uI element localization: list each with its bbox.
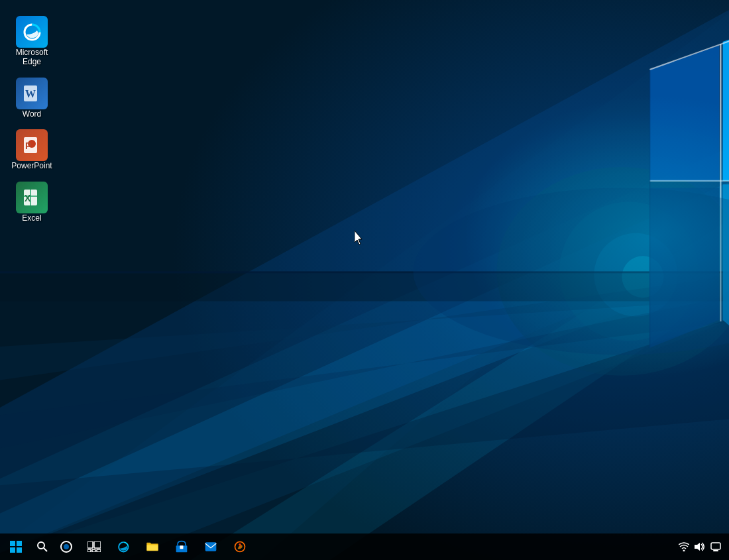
desktop-icon-powerpoint[interactable]: P PowerPoint (5, 125, 58, 174)
svg-rect-47 (87, 541, 93, 548)
taskbar-file-explorer-icon (146, 540, 159, 553)
svg-rect-50 (92, 549, 95, 552)
wallpaper (0, 0, 729, 560)
desktop: Microsoft Edge W Word P (0, 0, 729, 560)
network-icon (679, 542, 689, 551)
tray-volume-icon[interactable] (692, 533, 708, 560)
edge-icon (16, 16, 48, 48)
search-icon (36, 541, 48, 553)
taskbar-edge-icon (117, 540, 130, 553)
svg-rect-54 (180, 545, 184, 549)
powerpoint-icon-svg: P (21, 135, 42, 156)
task-view-button[interactable] (80, 533, 109, 560)
tray-action-center-icon[interactable] (708, 533, 724, 560)
desktop-icons-container: Microsoft Edge W Word P (0, 7, 64, 235)
svg-rect-40 (17, 541, 22, 546)
edge-icon-label: Microsoft Edge (8, 48, 56, 67)
tray-network-icon[interactable] (676, 533, 692, 560)
desktop-icon-excel[interactable]: X Excel (5, 178, 58, 227)
svg-rect-49 (87, 549, 91, 552)
svg-point-43 (38, 542, 44, 549)
desktop-icon-word[interactable]: W Word (5, 74, 58, 123)
taskbar-store-icon (175, 540, 188, 553)
excel-icon-svg: X (21, 187, 42, 208)
taskbar-store-button[interactable] (167, 533, 196, 560)
cortana-button[interactable] (53, 533, 80, 560)
svg-rect-52 (147, 545, 158, 551)
svg-marker-59 (695, 543, 700, 551)
taskbar-search-button[interactable] (32, 533, 53, 560)
word-icon-svg: W (21, 83, 42, 104)
cortana-icon (60, 540, 73, 553)
taskbar-file-explorer-button[interactable] (138, 533, 167, 560)
svg-rect-41 (10, 547, 15, 553)
svg-point-57 (239, 543, 241, 545)
svg-rect-61 (713, 550, 718, 551)
svg-rect-55 (205, 542, 217, 551)
action-center-icon (710, 542, 721, 551)
svg-rect-51 (97, 549, 101, 552)
taskbar (0, 533, 729, 560)
taskbar-edge-button[interactable] (109, 533, 138, 560)
word-icon: W (16, 78, 48, 109)
svg-rect-39 (10, 541, 15, 546)
svg-rect-48 (94, 541, 101, 548)
edge-icon-svg (21, 21, 42, 42)
svg-line-44 (44, 548, 47, 551)
svg-point-58 (683, 550, 685, 552)
task-view-icon (87, 541, 101, 552)
volume-icon (695, 542, 705, 551)
excel-icon-label: Excel (22, 213, 41, 223)
word-icon-label: Word (23, 109, 41, 119)
system-tray (676, 533, 729, 560)
taskbar-mail-icon (204, 540, 217, 553)
svg-rect-42 (17, 547, 22, 553)
powerpoint-icon: P (16, 129, 48, 161)
svg-rect-25 (0, 0, 729, 560)
start-icon (10, 541, 22, 553)
start-button[interactable] (0, 533, 32, 560)
svg-text:X: X (25, 193, 31, 203)
desktop-icon-edge[interactable]: Microsoft Edge (5, 12, 58, 71)
svg-rect-60 (711, 543, 720, 549)
taskbar-paint3d-icon (233, 540, 247, 553)
excel-icon: X (16, 182, 48, 213)
taskbar-mail-button[interactable] (196, 533, 225, 560)
taskbar-paint3d-button[interactable] (225, 533, 254, 560)
powerpoint-icon-label: PowerPoint (11, 161, 52, 170)
svg-point-46 (64, 544, 69, 549)
